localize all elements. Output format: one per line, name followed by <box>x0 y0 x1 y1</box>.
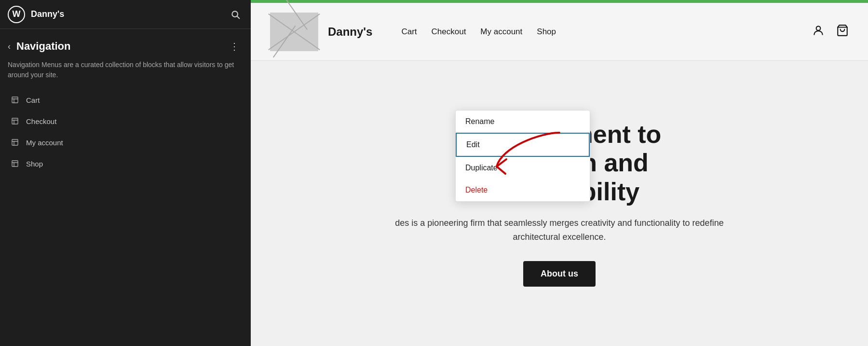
sidebar: W Danny's ‹ Navigation ⋮ Navigation Menu… <box>0 0 251 346</box>
nav-item-checkout-icon <box>10 116 20 126</box>
svg-rect-5 <box>12 118 18 124</box>
context-menu-delete[interactable]: Delete <box>456 179 590 201</box>
nav-item-shop-icon <box>10 158 20 169</box>
svg-line-1 <box>237 16 240 18</box>
nav-item-myaccount-icon <box>10 137 20 148</box>
nav-title: Navigation <box>16 40 226 53</box>
cart-icon[interactable] <box>836 24 849 40</box>
nav-header: ‹ Navigation ⋮ <box>0 29 251 60</box>
nav-item-myaccount-label: My account <box>26 138 63 147</box>
nav-items-list: Cart Checkout My account <box>0 90 251 174</box>
context-menu-edit[interactable]: Edit <box>456 133 590 157</box>
back-arrow-icon[interactable]: ‹ <box>8 42 11 52</box>
nav-item-cart[interactable]: Cart <box>4 90 247 110</box>
hero-description: des is a pioneering firm that seamlessly… <box>391 216 728 244</box>
site-nav-cart[interactable]: Cart <box>401 27 417 37</box>
nav-item-cart-icon <box>10 95 20 105</box>
nav-item-checkout-label: Checkout <box>26 117 56 125</box>
svg-rect-8 <box>12 139 18 145</box>
context-menu: Rename Edit Duplicate Delete <box>455 110 590 202</box>
nav-item-cart-label: Cart <box>26 96 40 104</box>
svg-rect-2 <box>12 97 18 103</box>
three-dots-menu[interactable]: ⋮ <box>226 39 243 54</box>
nav-item-my-account[interactable]: My account <box>4 132 247 152</box>
context-menu-rename[interactable]: Rename <box>456 111 590 133</box>
site-nav: Cart Checkout My account Shop <box>401 27 812 37</box>
main-content: Danny's Cart Checkout My account Shop <box>251 0 868 346</box>
search-icon[interactable] <box>228 7 243 22</box>
about-us-button[interactable]: About us <box>523 261 596 287</box>
nav-item-shop-label: Shop <box>26 160 43 168</box>
wp-logo: W <box>8 6 25 23</box>
nav-item-checkout[interactable]: Checkout <box>4 111 247 131</box>
site-header: Danny's Cart Checkout My account Shop <box>251 3 868 61</box>
site-logo <box>270 13 318 51</box>
site-nav-checkout[interactable]: Checkout <box>432 27 466 37</box>
sidebar-top-bar: W Danny's <box>0 0 251 29</box>
svg-point-14 <box>816 26 821 30</box>
hero-section: A commitment to innovation and sustainab… <box>251 61 868 346</box>
context-menu-duplicate[interactable]: Duplicate <box>456 157 590 179</box>
nav-item-shop[interactable]: Shop <box>4 153 247 174</box>
site-brand-name: Danny's <box>328 25 372 39</box>
site-nav-shop[interactable]: Shop <box>537 27 556 37</box>
user-icon[interactable] <box>812 24 825 40</box>
site-nav-icons <box>812 24 849 40</box>
sidebar-site-name: Danny's <box>31 9 228 19</box>
site-nav-myaccount[interactable]: My account <box>480 27 522 37</box>
svg-rect-11 <box>12 161 18 166</box>
nav-description: Navigation Menus are a curated collectio… <box>0 60 251 90</box>
